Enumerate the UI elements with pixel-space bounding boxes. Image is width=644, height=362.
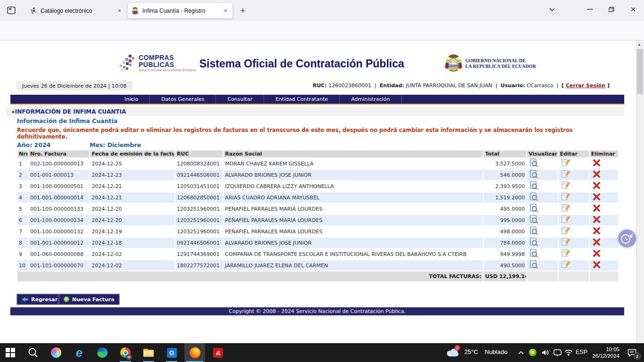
weather-temp[interactable]: 25°C: [464, 348, 478, 355]
cell-razon: MORAN CHAVEZ KAREM GISSELLA: [223, 158, 483, 169]
internet-explorer-button[interactable]: e: [69, 343, 90, 362]
cell-nro: 5: [17, 204, 28, 214]
section-title: Información de Infima Cuantía: [17, 117, 117, 124]
entidad-value: JUNTA PARROQUIAL DE SAN JUAN: [406, 82, 492, 89]
firefox-button[interactable]: [184, 343, 205, 362]
search-button[interactable]: [23, 343, 43, 362]
gov-line2: LA REPUBLICA DEL ECUADOR: [465, 64, 536, 69]
edge-button[interactable]: [92, 343, 113, 362]
cell-visualizar: [527, 181, 557, 191]
nav-item-administracion[interactable]: Administración: [340, 95, 402, 104]
eliminar-x-icon: [593, 227, 601, 235]
editar-button[interactable]: [561, 260, 570, 269]
outlook-button[interactable]: O: [161, 343, 182, 362]
new-tab-button[interactable]: +: [237, 5, 249, 17]
editar-pencil-icon: [561, 158, 570, 167]
language-indicator[interactable]: ESP: [576, 349, 587, 355]
main-navigation: Inicio Datos Generales Consultar Entidad…: [10, 95, 624, 104]
chrome-button[interactable]: G: [115, 343, 136, 362]
visualizar-button[interactable]: [530, 226, 538, 235]
eliminar-button[interactable]: [593, 261, 601, 269]
eliminar-button[interactable]: [593, 215, 601, 223]
eliminar-button[interactable]: [593, 170, 601, 178]
weather-button[interactable]: 1: [443, 343, 462, 362]
editar-button[interactable]: [561, 158, 570, 167]
weather-condition[interactable]: Nublado: [485, 348, 507, 355]
visualizar-button[interactable]: [530, 238, 538, 247]
scrollbar-thumb[interactable]: [637, 49, 643, 94]
col-razon: Razón Social: [223, 150, 483, 157]
editar-button[interactable]: [561, 170, 570, 179]
cell-editar: [559, 226, 589, 237]
col-fecha: Fecha de emisión de la factura: [90, 150, 174, 157]
editar-button[interactable]: [561, 226, 570, 235]
editar-button[interactable]: [561, 215, 570, 224]
nav-item-consultar[interactable]: Consultar: [216, 95, 264, 104]
col-ruc: RUC: [175, 150, 223, 157]
page-content: COMPRAS PÚBLICAS SERVICIO NACIONAL DE CO…: [0, 41, 636, 343]
visualizar-button[interactable]: [530, 249, 538, 258]
list-all-tabs-button[interactable]: [541, 0, 563, 19]
invoice-table: Nro Nro. Factura Fecha de emisión de la …: [17, 149, 619, 282]
copilot-button[interactable]: [46, 343, 66, 362]
scrollbar-up-arrow[interactable]: ▲: [637, 42, 641, 47]
eliminar-button[interactable]: [593, 181, 601, 189]
editar-button[interactable]: [561, 204, 570, 213]
nav-item-datos-generales[interactable]: Datos Generales: [150, 95, 216, 104]
eliminar-button[interactable]: [593, 193, 601, 201]
close-button[interactable]: ×: [622, 0, 644, 19]
visualizar-button[interactable]: [530, 170, 538, 179]
editar-button[interactable]: [561, 192, 570, 201]
acrobat-button[interactable]: [207, 343, 228, 362]
tab-close-icon[interactable]: ×: [222, 7, 229, 14]
eliminar-button[interactable]: [593, 238, 601, 246]
eliminar-button[interactable]: [593, 159, 601, 167]
nav-item-inicio[interactable]: Inicio: [113, 95, 150, 104]
minimize-button[interactable]: [579, 0, 601, 19]
tab-close-icon[interactable]: ×: [116, 7, 123, 14]
cell-fecha: 2024-12-02: [90, 260, 174, 271]
cell-visualizar: [527, 226, 557, 237]
regresar-button[interactable]: Regresar: [17, 294, 63, 305]
cell-total: 2,393.9500: [484, 181, 526, 191]
logout-link[interactable]: Cerrar Sesión: [566, 82, 605, 89]
tab-infima-cuantia[interactable]: Infima Cuantía - Registro ×: [128, 3, 232, 18]
cell-nro: 7: [17, 226, 28, 237]
notifications-button[interactable]: 2: [621, 343, 642, 362]
visualizar-button[interactable]: [530, 204, 538, 213]
firefox-view-button[interactable]: [5, 4, 18, 16]
cell-factura: 001-101-000000070: [29, 260, 89, 271]
eliminar-button[interactable]: [593, 204, 601, 212]
taskbar-clock[interactable]: 10:05 26/12/2024: [590, 346, 619, 359]
editar-button[interactable]: [561, 181, 570, 190]
editar-pencil-icon: [561, 192, 570, 201]
cell-factura: 001-100-000000132: [29, 226, 89, 237]
visualizar-doc-magnifier-icon: [530, 238, 538, 247]
nueva-factura-button[interactable]: + Nueva Factura: [58, 294, 120, 305]
eliminar-x-icon: [593, 249, 601, 257]
nav-item-entidad-contratante[interactable]: Entidad Contratante: [264, 95, 340, 104]
page-footer: Copyright © 2008 - 2024 Servicio Naciona…: [10, 307, 624, 315]
visualizar-button[interactable]: [530, 158, 538, 167]
cell-fecha: 2024-12-21: [90, 181, 174, 191]
visualizar-button[interactable]: [530, 260, 538, 269]
chrome-profile-badge: G: [126, 354, 132, 360]
visualizar-button[interactable]: [530, 192, 538, 201]
editar-button[interactable]: [561, 249, 570, 258]
invoice-table-body: 1002-100-0000000132024-12-25120800832400…: [17, 158, 618, 271]
weather-alert-badge: 1: [454, 345, 460, 351]
tab-catalogo-electronico[interactable]: Catálogo electrónico ×: [26, 3, 126, 18]
floating-timer-widget[interactable]: [618, 230, 636, 247]
visualizar-button[interactable]: [530, 215, 538, 224]
start-button[interactable]: [0, 343, 21, 362]
editar-button[interactable]: [561, 238, 570, 247]
eliminar-button[interactable]: [593, 227, 601, 235]
antivirus-tray-icon[interactable]: ✚: [526, 343, 539, 362]
restore-button[interactable]: [601, 0, 622, 19]
network-wifi-icon[interactable]: [562, 343, 575, 362]
file-explorer-button[interactable]: [138, 343, 159, 362]
breadcrumb-marker: »: [11, 108, 15, 115]
eliminar-button[interactable]: [593, 249, 601, 257]
cell-editar: [559, 192, 589, 203]
visualizar-button[interactable]: [530, 181, 538, 190]
